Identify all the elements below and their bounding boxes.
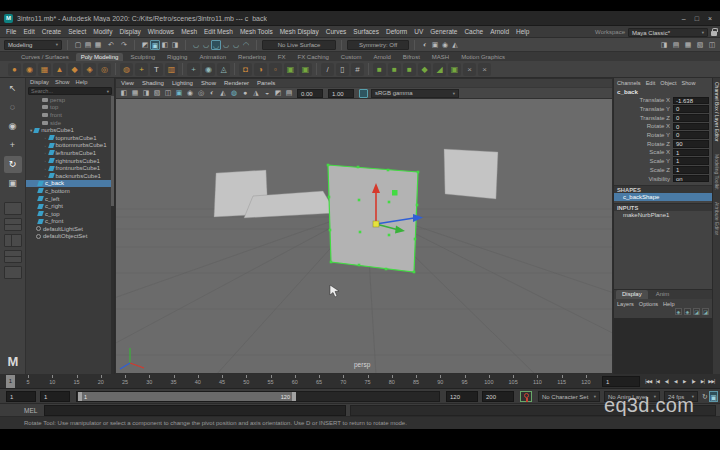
panel-menu-item[interactable]: Panels — [257, 80, 275, 86]
panel-menu-item[interactable]: Shading — [142, 80, 164, 86]
outliner-item[interactable]: c_left — [26, 195, 114, 203]
frame-tick[interactable]: 40 — [186, 374, 210, 389]
panel-menu-item[interactable]: Renderer — [224, 80, 249, 86]
sidebar-vertical-tab[interactable]: Channel Box / Layer Editor — [714, 82, 720, 142]
menuset-dropdown[interactable]: Modeling▾ — [4, 40, 62, 50]
channel-value-field[interactable]: 0 — [673, 131, 709, 139]
nurbs-plane[interactable] — [444, 149, 498, 199]
shelf-tool-icon[interactable]: ◆ — [418, 63, 431, 76]
channel-box-menu-item[interactable]: Object — [660, 80, 676, 87]
layer-menu-item[interactable]: Layers — [617, 301, 634, 308]
panel-menu-item[interactable]: Show — [201, 80, 216, 86]
render-icon[interactable]: ◉ — [440, 40, 450, 50]
channel-value-field[interactable]: 0 — [673, 114, 709, 122]
maximize-icon[interactable]: □ — [695, 11, 699, 26]
channel-box-menu-item[interactable]: Edit — [646, 80, 656, 87]
frame-tick[interactable]: 85 — [404, 374, 428, 389]
shelf-tab[interactable]: Custom — [336, 53, 367, 61]
layer-menu-item[interactable]: Help — [663, 301, 675, 308]
playback-button[interactable]: ▶| — [698, 375, 707, 388]
gamma-field[interactable]: 1.00 — [328, 89, 354, 98]
playback-start-field[interactable]: 1 — [40, 391, 70, 402]
snap-icon[interactable]: ◡ — [221, 40, 231, 50]
frame-tick[interactable]: 20 — [89, 374, 113, 389]
menu-item[interactable]: Curves — [326, 28, 347, 35]
render-icon[interactable]: ◐ — [420, 40, 430, 50]
snap-icon[interactable]: ◡ — [191, 40, 201, 50]
frame-tick[interactable]: 15 — [65, 374, 89, 389]
menu-item[interactable]: Display — [119, 28, 140, 35]
expand-icon[interactable]: → — [42, 150, 47, 155]
shelf-tool-icon[interactable]: ▲ — [53, 63, 66, 76]
shelf-tool-icon[interactable]: # — [351, 63, 364, 76]
input-node-row[interactable]: makeNurbPlane1 — [614, 211, 712, 219]
undo-icon[interactable]: ↶ — [106, 40, 116, 50]
shelf-tool-icon[interactable]: ◬ — [217, 63, 230, 76]
channel-value-field[interactable]: 1 — [673, 157, 709, 165]
anim-prefs-icon[interactable]: ▣ — [709, 391, 718, 402]
frame-tick[interactable]: 50 — [234, 374, 258, 389]
sidebar-toggle-icon[interactable]: ▤ — [671, 40, 681, 50]
new-layer-icon[interactable]: ◪ — [693, 308, 700, 315]
viewport-toolbar-icon[interactable]: ● — [240, 88, 250, 98]
outliner-item[interactable]: c_bottom — [26, 187, 114, 195]
shelf-tool-icon[interactable]: ◉ — [23, 63, 36, 76]
file-icon[interactable]: ▢ — [73, 40, 83, 50]
viewport-toolbar-icon[interactable]: ◭ — [218, 88, 228, 98]
menu-item[interactable]: Mesh — [181, 28, 197, 35]
live-surface-field[interactable]: No Live Surface — [262, 40, 336, 50]
sidebar-toggle-icon[interactable]: ◫ — [707, 40, 717, 50]
viewport-toolbar-icon[interactable]: ◉ — [185, 88, 195, 98]
redo-icon[interactable]: ↷ — [119, 40, 129, 50]
outliner-menu-item[interactable]: Help — [76, 79, 88, 86]
layout-single-button[interactable] — [4, 202, 22, 215]
filter-dropdown-icon[interactable]: ▾ — [107, 89, 109, 94]
colorspace-icon[interactable] — [359, 89, 368, 98]
outliner-item[interactable]: c_back — [26, 180, 114, 188]
panel-menu-item[interactable]: View — [121, 80, 134, 86]
shelf-tool-icon[interactable]: ◉ — [202, 63, 215, 76]
render-icon[interactable]: ◭ — [450, 40, 460, 50]
shelf-tool-icon[interactable]: / — [321, 63, 334, 76]
menu-item[interactable]: Edit Mesh — [204, 28, 233, 35]
shelf-tool-icon[interactable]: ▣ — [299, 63, 312, 76]
symmetry-field[interactable]: Symmetry: Off — [347, 40, 409, 50]
shelf-tool-icon[interactable]: T — [150, 63, 163, 76]
snap-icon[interactable]: ◡ — [201, 40, 211, 50]
playback-button[interactable]: |◀◀ — [644, 375, 653, 388]
selection-mask-icon[interactable]: ▣ — [150, 40, 160, 50]
viewport-canvas[interactable]: persp — [116, 99, 612, 373]
viewport-toolbar-icon[interactable]: ◍ — [229, 88, 239, 98]
shelf-tool-icon[interactable]: ◆ — [68, 63, 81, 76]
menu-item[interactable]: Mesh Display — [280, 28, 319, 35]
workspace-dropdown[interactable]: Maya Classic*▾ — [628, 28, 708, 37]
shelf-tab[interactable]: Bifrost — [398, 53, 425, 61]
outliner-item[interactable]: c_top — [26, 210, 114, 218]
layout-stacked-button[interactable] — [4, 250, 22, 263]
menu-item[interactable]: Help — [516, 28, 529, 35]
viewport-toolbar-icon[interactable]: ◐ — [207, 88, 217, 98]
viewport-toolbar-icon[interactable]: ◩ — [273, 88, 283, 98]
channel-value-field[interactable]: on — [673, 175, 709, 183]
shelf-tab[interactable]: MASH — [427, 53, 454, 61]
tool-icon[interactable]: ▣ — [4, 175, 22, 192]
minimize-icon[interactable]: – — [682, 11, 686, 26]
viewport-toolbar-icon[interactable]: ◮ — [251, 88, 261, 98]
viewport-toolbar-icon[interactable]: ▤ — [284, 88, 294, 98]
shelf-tool-icon[interactable]: ▦ — [38, 63, 51, 76]
frame-tick[interactable]: 25 — [113, 374, 137, 389]
layer-menu-item[interactable]: Options — [639, 301, 658, 308]
expand-icon[interactable]: → — [42, 158, 47, 163]
outliner-item[interactable]: defaultLightSet — [26, 225, 114, 233]
viewport-toolbar-icon[interactable]: ◨ — [141, 88, 151, 98]
file-icon[interactable]: ▦ — [93, 40, 103, 50]
frame-tick[interactable]: 35 — [162, 374, 186, 389]
frame-tick[interactable]: 30 — [137, 374, 161, 389]
close-icon[interactable]: × — [708, 11, 712, 26]
character-set-dropdown[interactable]: No Character Set▾ — [538, 391, 600, 402]
selected-plane-c-back[interactable] — [328, 165, 418, 272]
layer-editor-tab[interactable]: Display — [616, 290, 648, 299]
shelf-tool-icon[interactable]: ◑ — [254, 63, 267, 76]
frame-tick[interactable]: 65 — [307, 374, 331, 389]
tool-icon[interactable]: ◉ — [4, 118, 22, 135]
